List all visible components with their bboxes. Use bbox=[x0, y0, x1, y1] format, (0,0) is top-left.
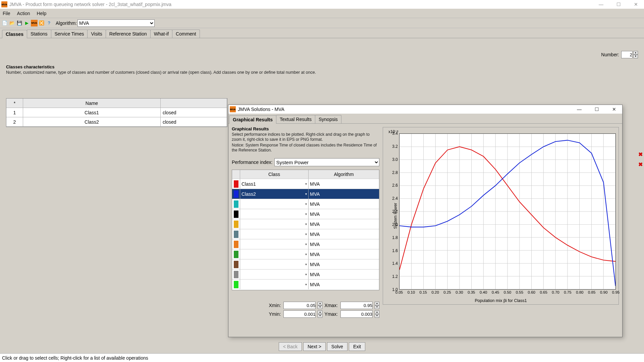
series-color-swatch[interactable] bbox=[232, 229, 240, 239]
close-icon[interactable]: ✕ bbox=[633, 2, 639, 7]
series-color-swatch[interactable] bbox=[232, 199, 240, 209]
ymax-input[interactable] bbox=[340, 310, 373, 318]
xmax-spinner[interactable]: ▲▼ bbox=[375, 302, 379, 309]
series-algo-cell: MVA bbox=[309, 219, 379, 229]
series-class-select[interactable]: Class1 bbox=[240, 179, 309, 189]
random-icon[interactable]: 🔀 bbox=[38, 20, 45, 26]
tab-what-if[interactable]: What-if bbox=[150, 29, 172, 38]
tab-classes[interactable]: Classes bbox=[2, 30, 27, 38]
tab-service-times[interactable]: Service Times bbox=[51, 29, 88, 38]
exit-button[interactable]: Exit bbox=[349, 342, 365, 351]
series-row[interactable]: MVA bbox=[232, 239, 379, 249]
help-icon[interactable]: ? bbox=[46, 20, 52, 26]
gr-title: Graphical Results bbox=[232, 126, 379, 131]
mva-icon[interactable]: MVA bbox=[31, 20, 38, 26]
series-class-select[interactable] bbox=[240, 219, 309, 229]
xmin-spinner[interactable]: ▲▼ bbox=[318, 302, 322, 309]
gr-desc-2: Notice: System Response Time of closed c… bbox=[232, 143, 379, 153]
chart-yticks: 1.01.21.41.61.82.02.22.42.62.83.03.23.4 bbox=[389, 133, 398, 290]
series-color-swatch[interactable] bbox=[232, 249, 240, 259]
table-row[interactable]: 1 Class1 closed bbox=[6, 108, 227, 117]
dialog-minimize-icon[interactable]: — bbox=[577, 107, 582, 112]
ymax-label: Ymax: bbox=[324, 311, 338, 317]
series-color-swatch[interactable] bbox=[232, 209, 240, 219]
header-type bbox=[161, 99, 227, 108]
ymin-input[interactable] bbox=[283, 310, 316, 318]
series-color-swatch[interactable] bbox=[232, 219, 240, 229]
perf-index-label: Performance index: bbox=[232, 160, 272, 165]
number-spinner[interactable]: ▲▼ bbox=[633, 51, 638, 58]
series-class-select[interactable] bbox=[240, 269, 309, 279]
menu-action[interactable]: Action bbox=[17, 11, 30, 16]
chart-area[interactable]: x10⁻³ System Power 1.01.21.41.61.82.02.2… bbox=[383, 127, 619, 305]
series-color-swatch[interactable] bbox=[232, 239, 240, 249]
menu-help[interactable]: Help bbox=[37, 11, 46, 16]
number-input[interactable] bbox=[621, 51, 633, 58]
series-row[interactable]: Class2MVA bbox=[232, 189, 379, 199]
series-row[interactable]: MVA bbox=[232, 269, 379, 279]
solve-button[interactable]: Solve bbox=[327, 342, 347, 351]
open-icon[interactable]: 📂 bbox=[9, 20, 15, 26]
series-row[interactable]: MVA bbox=[232, 229, 379, 239]
chart-xticks: 0.050.100.150.200.250.300.350.400.450.50… bbox=[399, 290, 616, 296]
series-class-select[interactable] bbox=[240, 199, 309, 209]
back-button: < Back bbox=[279, 342, 302, 351]
ymax-spinner[interactable]: ▲▼ bbox=[375, 310, 379, 318]
cell-type[interactable]: closed bbox=[161, 117, 227, 127]
algorithm-select[interactable]: MVA bbox=[77, 19, 155, 27]
dialog-close-icon[interactable]: ✕ bbox=[611, 107, 617, 112]
tab-stations[interactable]: Stations bbox=[27, 29, 51, 38]
series-row[interactable]: MVA bbox=[232, 209, 379, 219]
toolbar: 📄 📂 💾 ▶ MVA 🔀 ? Algorithm: MVA bbox=[0, 18, 644, 28]
series-color-swatch[interactable] bbox=[232, 189, 240, 199]
tab-visits[interactable]: Visits bbox=[87, 29, 106, 38]
series-color-swatch[interactable] bbox=[232, 269, 240, 279]
xmax-input[interactable] bbox=[340, 302, 373, 309]
series-class-select[interactable]: Class2 bbox=[240, 189, 309, 199]
save-icon[interactable]: 💾 bbox=[16, 20, 23, 26]
tab-reference-station[interactable]: Reference Station bbox=[106, 29, 151, 38]
cell-name[interactable]: Class2 bbox=[23, 117, 161, 127]
section-desc: Number, customized name, type of classes… bbox=[6, 70, 638, 75]
menu-file[interactable]: File bbox=[3, 11, 10, 16]
series-class-select[interactable] bbox=[240, 229, 309, 239]
tab-synopsis[interactable]: Synopsis bbox=[315, 115, 341, 123]
series-row[interactable]: Class1MVA bbox=[232, 179, 379, 189]
tab-graphical-results[interactable]: Graphical Results bbox=[229, 115, 276, 124]
dialog-titlebar[interactable]: MVA JMVA Solutions - MVA — ☐ ✕ bbox=[228, 105, 622, 114]
main-titlebar: MVA JMVA - Product form queueing network… bbox=[0, 0, 644, 9]
table-row[interactable]: 2 Class2 closed bbox=[6, 117, 227, 127]
series-color-swatch[interactable] bbox=[232, 280, 240, 289]
number-label: Number: bbox=[601, 52, 619, 57]
ymin-spinner[interactable]: ▲▼ bbox=[318, 310, 322, 318]
perf-index-select[interactable]: System Power bbox=[274, 158, 379, 166]
minimize-icon[interactable]: — bbox=[598, 2, 604, 7]
series-class-select[interactable] bbox=[240, 209, 309, 219]
series-color-swatch[interactable] bbox=[232, 179, 240, 189]
maximize-icon[interactable]: ☐ bbox=[616, 2, 621, 7]
xmin-label: Xmin: bbox=[269, 303, 282, 308]
new-icon[interactable]: 📄 bbox=[1, 20, 8, 26]
series-row[interactable]: MVA bbox=[232, 249, 379, 259]
tab-textual-results[interactable]: Textual Results bbox=[276, 115, 315, 123]
chart-plot[interactable] bbox=[399, 133, 616, 290]
run-icon[interactable]: ▶ bbox=[23, 20, 30, 26]
dialog-maximize-icon[interactable]: ☐ bbox=[594, 107, 599, 112]
cell-name[interactable]: Class1 bbox=[23, 108, 161, 117]
series-class-select[interactable] bbox=[240, 259, 309, 269]
tab-comment[interactable]: Comment bbox=[172, 29, 200, 38]
series-row[interactable]: MVA bbox=[232, 259, 379, 269]
cell-type[interactable]: closed bbox=[161, 108, 227, 117]
series-row[interactable]: MVA bbox=[232, 279, 379, 289]
delete-row-icon[interactable]: ✖ bbox=[637, 151, 643, 157]
series-row[interactable]: MVA bbox=[232, 199, 379, 209]
app-icon: MVA bbox=[1, 1, 7, 7]
xmin-input[interactable] bbox=[283, 302, 316, 309]
series-row[interactable]: MVA bbox=[232, 219, 379, 229]
delete-row-icon[interactable]: ✖ bbox=[637, 161, 643, 167]
next-button[interactable]: Next > bbox=[303, 342, 326, 351]
series-class-select[interactable] bbox=[240, 280, 309, 289]
series-class-select[interactable] bbox=[240, 239, 309, 249]
series-color-swatch[interactable] bbox=[232, 259, 240, 269]
series-class-select[interactable] bbox=[240, 249, 309, 259]
